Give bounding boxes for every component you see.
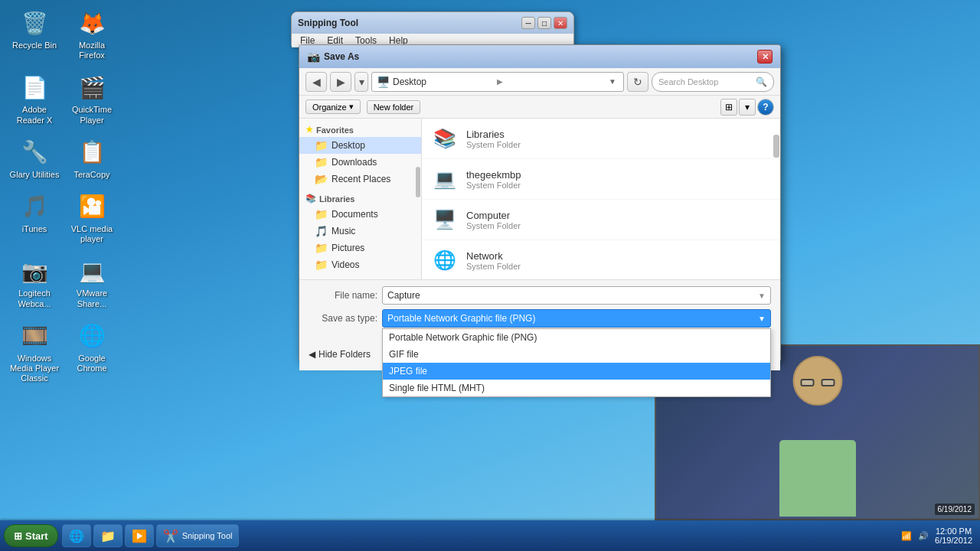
taskbar-clock[interactable]: 12:00 PM 6/19/2012 [935, 527, 972, 545]
file-item-geekmbp[interactable]: 💻 thegeekmbp System Folder [422, 159, 780, 200]
search-bar[interactable]: Search Desktop 🔍 [652, 72, 774, 92]
desktop-icon-mediaplayer[interactable]: 🎞️ Windows Media Player Classic [8, 321, 61, 384]
taskbar-item-ie[interactable]: 🌐 [62, 524, 91, 547]
file-item-libraries[interactable]: 📚 Libraries System Folder [422, 119, 780, 159]
minimize-button[interactable]: ─ [521, 17, 535, 29]
windows-orb-icon: ⊞ [14, 530, 22, 542]
dropdown-option-mht[interactable]: Single file HTML (MHT) [383, 380, 770, 396]
mediaplayer-label: Windows Media Player Classic [8, 354, 61, 384]
taskbar-system-tray: 📶 🔊 12:00 PM 6/19/2012 [901, 527, 972, 545]
recycle-bin-label: Recycle Bin [12, 41, 57, 51]
teracopy-label: TeraCopy [74, 170, 109, 180]
firefox-icon: 🦊 [77, 8, 107, 38]
desktop: 🗑️ Recycle Bin 🦊 Mozilla Firefox 📄 Adobe… [0, 0, 980, 551]
location-dropdown-button[interactable]: ▼ [606, 77, 619, 86]
savetype-input[interactable]: Portable Network Graphic file (PNG) ▼ [382, 309, 771, 328]
dialog-nav-toolbar: ◀ ▶ ▾ 🖥️ Desktop ▶ ▼ ↻ Search Desktop 🔍 [299, 68, 780, 96]
desktop-icon-quicktime[interactable]: 🎬 QuickTime Player [65, 72, 119, 125]
quicktime-label: QuickTime Player [65, 105, 119, 125]
desktop-icon-vmware[interactable]: 💻 VMware Share... [65, 256, 119, 308]
dialog-close-button[interactable]: ✕ [757, 50, 773, 64]
desktop-icon-glary[interactable]: 🔧 Glary Utilities [8, 137, 61, 180]
savetype-dropdown-list: Portable Network Graphic file (PNG) GIF … [382, 328, 771, 397]
start-label: Start [25, 530, 48, 542]
sidebar-recent-label: Recent Places [332, 174, 390, 184]
taskbar-item-snip[interactable]: ✂️ Snipping Tool [156, 524, 240, 547]
libraries-label: Libraries [319, 194, 354, 204]
sidebar-documents-label: Documents [332, 209, 378, 220]
help-button[interactable]: ? [757, 99, 774, 116]
dropdown-option-png[interactable]: Portable Network Graphic file (PNG) [383, 329, 770, 346]
start-button[interactable]: ⊞ Start [4, 524, 58, 547]
file-item-computer[interactable]: 🖥️ Computer System Folder [422, 200, 780, 240]
quicktime-icon: 🎬 [77, 72, 107, 103]
vmware-icon: 💻 [77, 256, 107, 286]
sidebar-item-downloads[interactable]: 📁 Downloads [299, 154, 421, 171]
desktop-icon-logitech[interactable]: 📷 Logitech Webca... [8, 256, 61, 308]
sidebar-item-desktop[interactable]: 📁 Desktop [299, 137, 421, 154]
favorites-section: ★ Favorites 📁 Desktop 📁 Downloads 📂 Rece… [299, 122, 421, 187]
dialog-organize-toolbar: Organize ▾ New folder ⊞ ▾ ? [299, 96, 780, 119]
dialog-title-text: Save As [324, 51, 359, 62]
savetype-dropdown-container: Portable Network Graphic file (PNG) ▼ Po… [382, 309, 771, 328]
desktop-icon-firefox[interactable]: 🦊 Mozilla Firefox [65, 8, 119, 60]
itunes-label: iTunes [22, 224, 47, 234]
sidebar-item-pictures[interactable]: 📁 Pictures [299, 240, 421, 256]
dropdown-option-jpeg[interactable]: JPEG file [383, 363, 770, 380]
location-separator: ▶ [497, 77, 503, 86]
volume-icon: 🔊 [918, 531, 929, 541]
back-button[interactable]: ◀ [305, 72, 327, 92]
favorites-header: ★ Favorites [299, 122, 421, 137]
dialog-title-bar: 📷 Save As ✕ [299, 45, 780, 68]
filename-label: File name: [309, 290, 377, 301]
libraries-icon: 📚 [305, 194, 316, 204]
desktop-icon-vlc[interactable]: 🎦 VLC media player [65, 191, 119, 244]
desktop-icon-teracopy[interactable]: 📋 TeraCopy [65, 137, 119, 180]
organize-button[interactable]: Organize ▾ [305, 99, 361, 114]
pictures-icon: 📁 [315, 242, 328, 254]
person-body [779, 440, 856, 517]
sidebar-item-documents[interactable]: 📁 Documents [299, 206, 421, 223]
desktop-icon-chrome[interactable]: 🌐 Google Chrome [65, 321, 119, 384]
libraries-file-icon: 📚 [431, 125, 459, 152]
window-close-button[interactable]: ✕ [554, 17, 567, 29]
location-bar[interactable]: 🖥️ Desktop ▶ ▼ [371, 72, 624, 92]
favorites-star-icon: ★ [305, 125, 313, 135]
new-folder-label: New folder [374, 103, 414, 112]
sidebar-item-music[interactable]: 🎵 Music [299, 223, 421, 240]
savetype-label: Save as type: [309, 313, 377, 324]
glary-label: Glary Utilities [10, 170, 60, 180]
location-text: Desktop [393, 77, 497, 87]
file-item-network[interactable]: 🌐 Network System Folder [422, 240, 780, 279]
glary-icon: 🔧 [19, 137, 50, 168]
taskbar-item-media[interactable]: ▶️ [125, 524, 154, 547]
desktop-icon-adobe[interactable]: 📄 Adobe Reader X [8, 72, 61, 125]
taskbar-item-explorer[interactable]: 📁 [93, 524, 122, 547]
snipping-tool-title: Snipping Tool [298, 18, 358, 28]
sidebar-downloads-label: Downloads [332, 157, 377, 168]
refresh-button[interactable]: ↻ [627, 72, 648, 92]
filelist-scrollbar-thumb [773, 135, 779, 158]
filename-input[interactable]: Capture ▼ [382, 286, 771, 305]
sidebar-item-recent[interactable]: 📂 Recent Places [299, 171, 421, 187]
dropdown-arrow-button[interactable]: ▾ [354, 72, 368, 92]
documents-icon: 📁 [315, 208, 328, 220]
file-sidebar: ★ Favorites 📁 Desktop 📁 Downloads 📂 Rece… [299, 119, 422, 279]
view-dropdown-button[interactable]: ▾ [739, 99, 756, 116]
sidebar-item-videos[interactable]: 📁 Videos [299, 256, 421, 273]
forward-button[interactable]: ▶ [330, 72, 351, 92]
new-folder-button[interactable]: New folder [367, 100, 421, 114]
desktop-icon-itunes[interactable]: 🎵 iTunes [8, 191, 61, 244]
dropdown-option-gif[interactable]: GIF file [383, 346, 770, 363]
recent-places-icon: 📂 [315, 173, 328, 185]
desktop-icon-recycle-bin[interactable]: 🗑️ Recycle Bin [8, 8, 61, 60]
maximize-button[interactable]: □ [537, 17, 551, 29]
logitech-icon: 📷 [19, 256, 50, 286]
music-icon: 🎵 [315, 225, 328, 237]
taskbar: ⊞ Start 🌐 📁 ▶️ ✂️ Snipping Tool 📶 🔊 12:0… [0, 520, 980, 551]
hide-folders-button[interactable]: ◀ Hide Folders [309, 349, 371, 360]
webcam-date: 6/19/2012 [935, 504, 975, 515]
libraries-file-name: Libraries [466, 129, 771, 140]
glasses-right [821, 379, 835, 386]
view-toggle-button[interactable]: ⊞ [720, 99, 737, 116]
